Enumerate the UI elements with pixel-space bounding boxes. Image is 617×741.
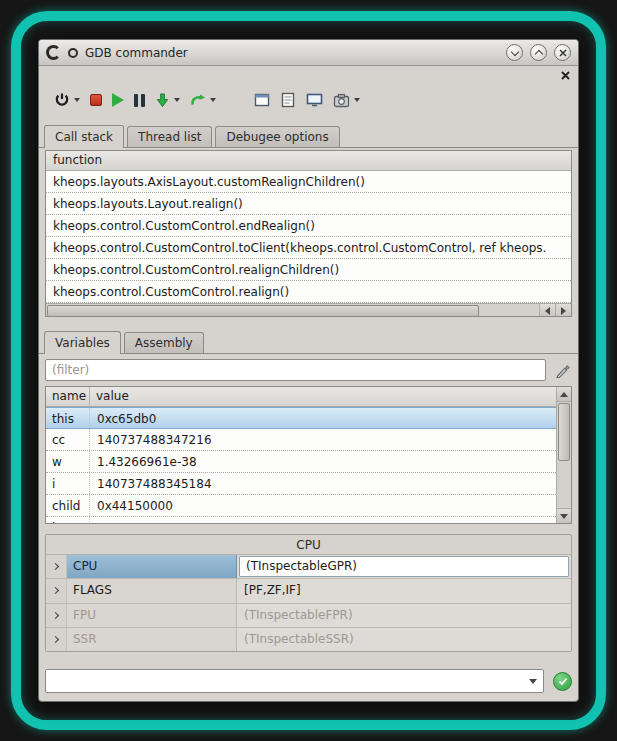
call-stack-frame[interactable]: kheops.control.CustomControl.realignChil… (46, 259, 571, 281)
call-stack-frame[interactable]: kheops.layouts.Layout.realign() (46, 193, 571, 215)
register-group-name[interactable]: FLAGS (67, 579, 237, 602)
maximize-icon (534, 49, 542, 57)
confirm-button[interactable] (553, 672, 572, 691)
stop-button[interactable] (87, 87, 105, 113)
column-header-name[interactable]: name (46, 387, 90, 406)
dock-close-icon[interactable] (561, 71, 570, 80)
column-header-function[interactable]: function (46, 151, 571, 171)
call-stack-table: function kheops.layouts.AxisLayout.custo… (45, 150, 572, 317)
message-list-button[interactable] (277, 87, 299, 113)
top-tab-bar: Call stack Thread list Debugee options (39, 125, 578, 148)
cpu-group-title: CPU (46, 535, 571, 554)
power-button[interactable] (51, 87, 83, 113)
source-editor-icon (254, 92, 270, 108)
tab-assembly[interactable]: Assembly (124, 332, 204, 353)
power-dropdown-icon[interactable] (74, 98, 80, 102)
run-button[interactable] (109, 87, 127, 113)
call-stack-frame[interactable]: kheops.layouts.AxisLayout.customRealignC… (46, 171, 571, 193)
scroll-right-button[interactable] (555, 304, 571, 317)
memory-viewer-icon (306, 92, 323, 108)
variable-name: i (46, 473, 90, 494)
expand-button[interactable] (46, 604, 67, 627)
app-icon[interactable] (46, 45, 61, 60)
call-stack-horizontal-scrollbar[interactable] (46, 303, 571, 317)
scrollbar-thumb[interactable] (558, 403, 570, 461)
register-group-name[interactable]: FPU (67, 604, 237, 627)
variable-row-b[interactable]: b 1.43266961e-38 (46, 517, 556, 523)
variable-row-w[interactable]: w 1.43266961e-38 (46, 451, 556, 473)
scroll-up-icon (560, 392, 568, 397)
source-editor-button[interactable] (251, 87, 273, 113)
expand-button[interactable] (46, 555, 67, 578)
cpu-row-ssr[interactable]: SSR (TInspectableSSR) (46, 628, 571, 651)
cpu-row-gpr[interactable]: CPU (TInspectableGPR) (46, 555, 571, 579)
pause-button[interactable] (131, 87, 148, 113)
scroll-down-icon (560, 514, 568, 519)
scroll-left-button[interactable] (539, 304, 555, 317)
maximize-button[interactable] (530, 44, 547, 61)
tab-call-stack[interactable]: Call stack (44, 125, 124, 148)
filter-input[interactable] (45, 359, 546, 381)
dock-header (39, 66, 578, 84)
scrollbar-track[interactable] (46, 304, 539, 317)
cpu-inspector-group: CPU CPU (TInspectableGPR) FLAGS [PF,ZF,I… (45, 534, 572, 652)
variable-row-i[interactable]: i 140737488345184 (46, 473, 556, 495)
scroll-up-button[interactable] (557, 387, 571, 402)
filter-bar (45, 358, 572, 382)
variables-table: name value this 0xc65db0 cc 140737488347… (45, 386, 572, 524)
expand-button[interactable] (46, 579, 67, 602)
memory-viewer-button[interactable] (303, 87, 326, 113)
run-icon (112, 93, 124, 107)
variables-table-body: name value this 0xc65db0 cc 140737488347… (46, 387, 556, 523)
column-header-value[interactable]: value (90, 387, 556, 406)
variable-name: cc (46, 429, 90, 450)
tab-debugee-options[interactable]: Debugee options (215, 126, 339, 147)
step-into-dropdown-icon[interactable] (174, 98, 180, 102)
register-group-name[interactable]: CPU (67, 555, 237, 578)
minimize-button[interactable] (506, 44, 523, 61)
variable-value: 0x44150000 (90, 495, 556, 516)
pin-icon[interactable] (68, 48, 78, 58)
variable-row-this[interactable]: this 0xc65db0 (46, 407, 556, 429)
variable-name: w (46, 451, 90, 472)
mid-tab-bar: Variables Assembly (39, 331, 578, 354)
variables-vertical-scrollbar[interactable] (556, 387, 571, 523)
scroll-left-icon (545, 307, 550, 315)
command-combobox[interactable] (45, 669, 544, 693)
cpu-row-flags[interactable]: FLAGS [PF,ZF,IF] (46, 579, 571, 603)
call-stack-frame[interactable]: kheops.control.CustomControl.realign() (46, 281, 571, 303)
expand-icon (51, 612, 58, 619)
variable-value: 1.43266961e-38 (90, 517, 556, 523)
tab-variables[interactable]: Variables (44, 331, 121, 354)
filter-pen-button[interactable] (552, 360, 572, 380)
step-over-button[interactable] (187, 87, 219, 113)
expand-button[interactable] (46, 628, 67, 651)
process-options-button[interactable] (330, 87, 363, 113)
call-stack-frame[interactable]: kheops.control.CustomControl.endRealign(… (46, 215, 571, 237)
combobox-text[interactable] (46, 670, 523, 692)
variable-row-cc[interactable]: cc 140737488347216 (46, 429, 556, 451)
close-icon (559, 49, 567, 57)
register-group-value: (TInspectableSSR) (238, 629, 360, 650)
step-over-dropdown-icon[interactable] (210, 98, 216, 102)
expand-icon (51, 563, 58, 570)
combobox-dropdown-icon (529, 679, 537, 684)
cpu-value-editor[interactable]: (TInspectableGPR) (239, 556, 569, 577)
register-group-name[interactable]: SSR (67, 628, 237, 651)
step-into-button[interactable] (152, 87, 183, 113)
scrollbar-thumb[interactable] (47, 305, 479, 317)
step-over-icon (190, 93, 206, 108)
cpu-row-fpu[interactable]: FPU (TInspectableFPR) (46, 604, 571, 628)
close-button[interactable] (554, 44, 571, 61)
debug-toolbar (39, 84, 578, 116)
combobox-dropdown-button[interactable] (523, 670, 543, 692)
tab-thread-list[interactable]: Thread list (127, 126, 212, 147)
variable-row-child[interactable]: child 0x44150000 (46, 495, 556, 517)
panel-splitter[interactable] (39, 317, 578, 331)
process-options-dropdown-icon[interactable] (354, 98, 360, 102)
call-stack-frame[interactable]: kheops.control.CustomControl.toClient(kh… (46, 237, 571, 259)
scrollbar-track[interactable] (557, 402, 571, 508)
scroll-down-button[interactable] (557, 508, 571, 523)
confirm-check-icon (558, 677, 568, 686)
titlebar[interactable]: GDB commander (39, 40, 578, 66)
